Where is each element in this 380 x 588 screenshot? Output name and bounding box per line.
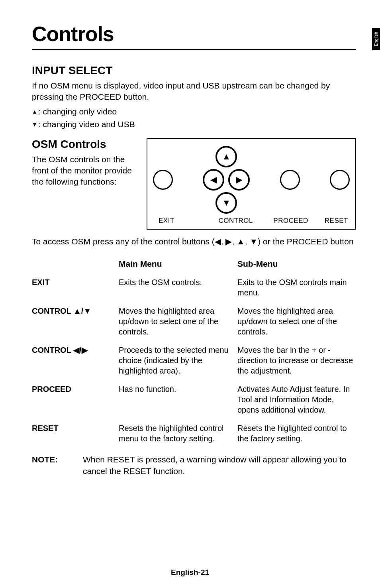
diagram-left-button: ◀ [203, 169, 224, 191]
row-label-proceed: PROCEED [32, 384, 112, 415]
triangle-up-icon: ▲ [32, 109, 37, 114]
row-main-control-lr: Proceeds to the selected menu choice (in… [119, 345, 230, 376]
changing-video-line: ▲ : changing only video [32, 107, 356, 116]
arrow-right-icon: ▶ [236, 175, 243, 184]
controls-diagram: ▲ ◀ ▶ ▼ EXIT CONTROL PROCEED RESET [147, 138, 356, 230]
osm-controls-paragraph: The OSM controls on the front of the mon… [32, 154, 139, 188]
page-title: Controls [32, 22, 356, 46]
row-sub-reset: Resets the higlighted control to the fac… [237, 423, 356, 444]
arrow-left-icon: ◀ [210, 175, 217, 184]
row-main-reset: Resets the highlighted control menu to t… [119, 423, 230, 444]
diagram-label-control: CONTROL [203, 217, 269, 225]
changing-video-text: : changing only video [38, 107, 117, 116]
diagram-right-button: ▶ [228, 169, 250, 191]
title-divider [32, 49, 356, 50]
arrow-up-icon: ▲ [222, 152, 231, 161]
diagram-label-proceed: PROCEED [269, 217, 313, 225]
changing-video-usb-text: : changing video and USB [38, 120, 135, 129]
row-sub-control-ud: Moves the highlighted area up/down to se… [237, 306, 356, 337]
row-sub-control-lr: Moves the bar in the + or - direction to… [237, 345, 356, 376]
note-row: NOTE: When RESET is pressed, a warning w… [32, 454, 356, 477]
diagram-label-reset: RESET [313, 217, 350, 225]
row-sub-proceed: Activates Auto Adjust feature. In Tool a… [237, 384, 356, 415]
row-label-exit: EXIT [32, 277, 112, 298]
controls-table: Main Menu Sub-Menu EXIT Exits the OSM co… [32, 258, 356, 444]
table-header-sub: Sub-Menu [237, 258, 356, 269]
language-side-tab: English [372, 28, 380, 50]
access-text-pre: To access OSM press any of the control b… [32, 237, 215, 246]
diagram-proceed-button [280, 170, 300, 190]
row-main-proceed: Has no function. [119, 384, 230, 415]
diagram-label-exit: EXIT [153, 217, 203, 225]
arrow-down-icon: ▼ [222, 199, 231, 207]
diagram-exit-button [153, 170, 173, 190]
row-sub-exit: Exits to the OSM controls main menu. [237, 277, 356, 298]
row-label-control-lr: CONTROL ◀/▶ [32, 345, 112, 376]
row-label-control-ud: CONTROL ▲/▼ [32, 306, 112, 337]
access-osm-text: To access OSM press any of the control b… [32, 236, 356, 247]
row-label-reset: RESET [32, 423, 112, 444]
diagram-down-button: ▼ [215, 192, 237, 214]
note-label: NOTE: [32, 454, 72, 477]
access-text-post: ) or the PROCEED button [258, 237, 353, 246]
note-text: When RESET is pressed, a warning window … [83, 454, 356, 477]
changing-video-usb-line: ▼ : changing video and USB [32, 120, 356, 129]
osm-controls-heading: OSM Controls [32, 138, 139, 151]
table-header-main: Main Menu [119, 258, 230, 269]
row-main-control-ud: Moves the highlighted area up/down to se… [119, 306, 230, 337]
page-footer: English-21 [0, 568, 380, 577]
triangle-down-icon: ▼ [32, 122, 37, 127]
row-main-exit: Exits the OSM controls. [119, 277, 230, 298]
input-select-heading: INPUT SELECT [32, 64, 356, 77]
access-arrow-icons: ◀, ▶, ▲, ▼ [215, 237, 258, 246]
diagram-control-cluster: ▲ ◀ ▶ ▼ [203, 146, 250, 214]
input-select-paragraph: If no OSM menu is displayed, video input… [32, 80, 356, 103]
diagram-reset-button [330, 170, 350, 190]
diagram-up-button: ▲ [215, 146, 237, 167]
